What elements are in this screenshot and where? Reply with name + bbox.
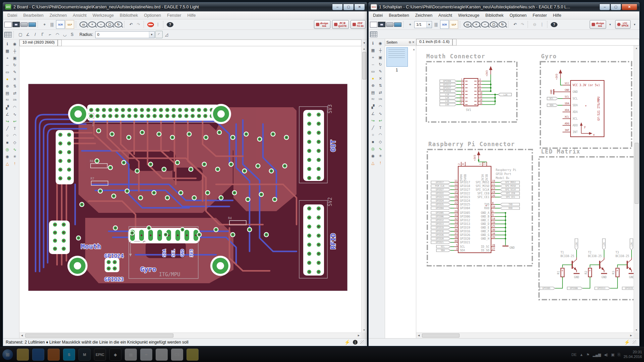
zoom-select-icon[interactable]: ▢: [106, 21, 114, 27]
mirror-icon[interactable]: ⇔: [4, 62, 11, 68]
menu-item[interactable]: Bibliothek: [117, 12, 141, 18]
plugin-button[interactable]: PCBQUOTE: [332, 20, 349, 29]
display-columns-icon[interactable]: |||: [433, 21, 439, 28]
export-image-icon[interactable]: [29, 22, 36, 27]
miter-round-icon[interactable]: ◜: [155, 31, 163, 38]
taskbar-openoffice-icon[interactable]: ✒: [140, 349, 152, 361]
wire-bend-2[interactable]: /: [32, 31, 39, 38]
save-icon[interactable]: [12, 22, 20, 27]
plugin-button[interactable]: IDFTO 3D: [351, 20, 366, 29]
wire-bend-s[interactable]: S: [69, 31, 75, 38]
value-icon[interactable]: 10k: [377, 96, 384, 103]
signal-icon[interactable]: ∿: [11, 146, 18, 153]
zoom-redraw-icon[interactable]: ↻: [114, 21, 122, 27]
mark-icon[interactable]: ┼: [377, 47, 384, 53]
split-icon[interactable]: ∠: [4, 111, 11, 117]
arc-icon[interactable]: ◠: [11, 132, 18, 138]
menu-item[interactable]: Fenster: [164, 12, 184, 18]
board-canvas[interactable]: SV3 OUT SV2 RFID Mouth GPIO24 GPIO23 Gyr…: [19, 46, 361, 333]
replace-icon[interactable]: ▤: [369, 89, 377, 96]
radius-combo[interactable]: 0▼: [95, 31, 155, 38]
info-icon[interactable]: ℹ: [369, 40, 377, 46]
taskbar-itunes-icon[interactable]: ♫: [156, 349, 168, 361]
schematic-titlebar[interactable]: SCH 1 Schaltplan - C:\Users\Phili\Docume…: [369, 2, 639, 11]
rotate-icon[interactable]: ↻: [11, 62, 18, 68]
split-icon[interactable]: ∠: [369, 110, 377, 117]
miter-icon[interactable]: ◠: [377, 103, 384, 110]
signal-icon[interactable]: ∿: [377, 145, 384, 152]
page-thumbnail[interactable]: [386, 47, 408, 67]
help-icon[interactable]: ?: [551, 22, 557, 27]
delete-icon[interactable]: ✕: [377, 75, 384, 81]
print-icon[interactable]: [386, 22, 393, 27]
clock[interactable]: 20:31 25.04.2016: [624, 350, 642, 359]
command-dropdown-icon[interactable]: ▼: [362, 40, 367, 46]
export-image-icon[interactable]: [394, 22, 401, 27]
close-button[interactable]: ✕: [354, 4, 365, 10]
zoom-out-icon[interactable]: −: [481, 21, 489, 27]
minimize-button[interactable]: –: [599, 4, 610, 10]
wire-bend-arc2[interactable]: ◡: [61, 31, 68, 38]
taskbar-unity-icon[interactable]: ◆: [109, 349, 121, 361]
minimize-button[interactable]: –: [332, 4, 343, 10]
display-columns-icon[interactable]: |||: [49, 21, 55, 28]
stop-icon[interactable]: ⊖: [531, 21, 538, 28]
script-icon[interactable]: SCR: [440, 20, 449, 29]
optimize-icon[interactable]: ∿: [377, 110, 384, 117]
replace-icon[interactable]: ▤: [4, 90, 11, 96]
taskbar-firefox-icon[interactable]: [48, 349, 60, 361]
command-line-input[interactable]: [457, 39, 639, 46]
move-icon[interactable]: +: [369, 54, 377, 60]
via-icon[interactable]: ◎: [369, 145, 377, 152]
tray-network-icon[interactable]: ▂▄▆: [593, 353, 601, 357]
ratsnest-icon[interactable]: ✳: [11, 153, 18, 160]
separator[interactable]: [163, 21, 165, 28]
menu-item[interactable]: Bearbeiten: [20, 12, 46, 18]
menu-item[interactable]: Hilfe: [184, 12, 199, 18]
float-panel-icon[interactable]: ⧉: [409, 41, 411, 44]
separator[interactable]: [124, 21, 126, 28]
rect-icon[interactable]: ■: [4, 139, 11, 145]
ripup-icon[interactable]: ↩: [377, 117, 384, 124]
wire-icon[interactable]: ╱: [4, 125, 11, 131]
copy-icon[interactable]: ▣: [11, 55, 18, 61]
grid-icon[interactable]: [4, 32, 12, 38]
text-icon[interactable]: T: [11, 125, 18, 131]
mirror-icon[interactable]: ⇔: [369, 61, 377, 67]
separator[interactable]: [547, 21, 549, 28]
mark-icon[interactable]: ⌖: [41, 21, 48, 28]
tray-volume-icon[interactable]: ◀): [604, 353, 608, 357]
rotate-icon[interactable]: ↻: [377, 61, 384, 67]
separator[interactable]: [508, 21, 510, 28]
ltspice-dropdown-icon[interactable]: ▼: [631, 21, 638, 28]
tray-expand-icon[interactable]: ▲: [580, 353, 583, 357]
name-icon[interactable]: R2: [369, 96, 377, 103]
rect-icon[interactable]: ■: [369, 138, 377, 145]
zoom-redraw-icon[interactable]: ↻: [498, 21, 506, 27]
resize-grip[interactable]: [633, 340, 637, 344]
miter-straight-icon[interactable]: ◿: [163, 31, 170, 38]
miter-icon[interactable]: ◠: [11, 104, 18, 110]
mark-icon[interactable]: ⌖: [407, 21, 414, 28]
info-icon[interactable]: ℹ: [4, 41, 11, 47]
schematic-hscrollbar[interactable]: ◀▶: [416, 333, 634, 338]
menu-item[interactable]: Hilfe: [550, 12, 564, 18]
help-icon[interactable]: ?: [167, 22, 173, 27]
redo-icon[interactable]: ↷: [519, 21, 526, 28]
taskbar-eagle-icon[interactable]: CS: [171, 349, 183, 361]
polygon-icon[interactable]: ◇: [11, 139, 18, 145]
pinswap-icon[interactable]: ⇅: [377, 82, 384, 88]
display-layers-icon[interactable]: ▦: [369, 47, 377, 53]
separator[interactable]: [403, 21, 405, 28]
taskbar-epicgames-icon[interactable]: EPIC: [94, 349, 106, 361]
options-dots-icon[interactable]: ⋮: [539, 21, 545, 28]
separator[interactable]: [528, 21, 530, 28]
taskbar-stickynotes-icon[interactable]: [186, 349, 199, 361]
start-button[interactable]: ⊞: [2, 349, 13, 360]
zoom-select-icon[interactable]: ▢: [490, 21, 498, 27]
board-titlebar[interactable]: BRD 2 Board - C:\Users\Phili\Documents\e…: [3, 2, 367, 11]
pinswap-icon[interactable]: ⇅: [11, 83, 18, 89]
menu-item[interactable]: Datei: [370, 12, 386, 18]
gateswap-icon[interactable]: ⇄: [377, 89, 384, 96]
name-icon[interactable]: R2: [4, 97, 11, 103]
